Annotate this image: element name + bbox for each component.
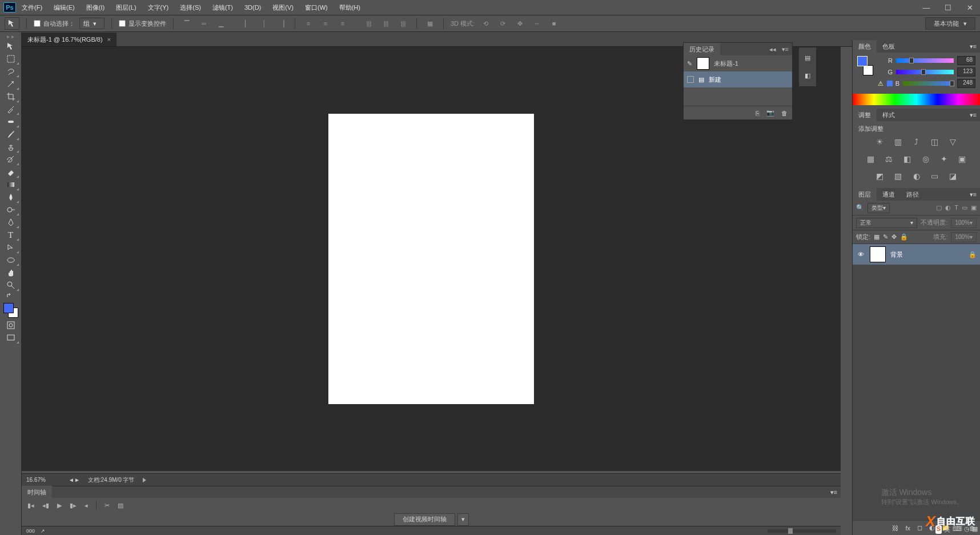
auto-align-icon[interactable]: ▦ [424,17,436,30]
foreground-color-swatch[interactable] [3,303,14,313]
auto-select-target-dropdown[interactable]: 组 ▾ [79,18,105,29]
layer-visibility-icon[interactable]: 👁 [856,251,865,258]
tray-lang-label[interactable]: 英 [944,525,950,534]
tray-keyboard-icon[interactable]: ⌨ [953,525,962,534]
lock-transparency-icon[interactable]: ▦ [874,233,879,241]
shape-tool[interactable] [2,254,19,266]
lock-pixels-icon[interactable]: ✎ [883,233,888,241]
menu-image[interactable]: 图像(I) [81,0,110,15]
hand-tool[interactable] [2,266,19,279]
healing-brush-tool[interactable] [2,115,19,128]
distribute-vcenter-icon[interactable]: ≡ [319,17,332,30]
crop-tool[interactable] [2,90,19,103]
menu-edit[interactable]: 编辑(E) [48,0,81,15]
brightness-contrast-icon[interactable]: ☀ [874,137,886,147]
timeline-panel-menu[interactable]: ▾≡ [827,489,841,496]
menu-window[interactable]: 窗口(W) [299,0,334,15]
filter-shape-icon[interactable]: ▭ [962,204,967,211]
r-value[interactable]: 68 [957,56,975,65]
go-to-last-frame-icon[interactable]: ◂ [85,502,88,509]
show-transform-checkbox[interactable]: 显示变换控件 [119,19,166,28]
align-bottom-icon[interactable]: ▁ [215,17,227,30]
dodge-tool[interactable] [2,203,19,216]
3d-orbit-icon[interactable]: ⟲ [479,17,492,30]
screenmode-tool[interactable] [2,332,19,344]
lasso-tool[interactable] [2,65,19,78]
dock-icon-1[interactable]: ▤ [805,54,810,62]
clone-stamp-tool[interactable] [2,141,19,153]
adjustments-tab[interactable]: 调整 [853,109,877,121]
magic-wand-tool[interactable] [2,78,19,90]
fill-input[interactable]: 100%▾ [951,232,977,242]
audio-mute-icon[interactable]: ✂ [105,502,110,509]
history-brush-tool[interactable] [2,153,19,166]
panel-collapse-button[interactable]: ◂◂ [767,46,778,53]
marquee-tool[interactable] [2,53,19,65]
workspace-switcher[interactable]: 基本功能 ▾ [925,17,975,30]
prev-frame-icon[interactable]: ◂▮ [42,502,49,509]
zoom-scrubber-icon[interactable]: ◄► [69,477,80,483]
b-slider[interactable] [903,81,954,86]
channel-mixer-icon[interactable]: ✦ [938,154,950,164]
tray-ime-icon[interactable]: S [935,525,942,534]
eyedropper-tool[interactable] [2,103,19,115]
black-white-icon[interactable]: ◧ [902,154,913,164]
menu-filter[interactable]: 滤镜(T) [207,0,239,15]
adjust-panel-menu[interactable]: ▾≡ [966,111,980,119]
color-panel-menu[interactable]: ▾≡ [966,43,980,50]
document-tab[interactable]: 未标题-1 @ 16.7%(RGB/8) × [22,33,117,46]
tray-misc-icon-2[interactable]: ▦ [972,525,978,534]
channels-tab[interactable]: 通道 [877,188,901,201]
exposure-icon[interactable]: ◫ [929,137,941,147]
current-tool-indicator[interactable] [5,17,19,30]
history-tab[interactable]: 历史记录 [684,43,720,55]
threshold-icon[interactable]: ◐ [911,171,922,181]
color-balance-icon[interactable]: ⚖ [883,154,895,164]
document-canvas[interactable] [328,114,534,404]
align-hcenter-icon[interactable]: │ [258,17,271,30]
path-selection-tool[interactable] [2,241,19,254]
lock-all-icon[interactable]: 🔒 [900,233,908,241]
b-value[interactable]: 248 [957,79,975,88]
menu-type[interactable]: 文字(Y) [142,0,175,15]
layer-name[interactable]: 背景 [890,250,903,259]
quickmask-tool[interactable] [2,319,19,332]
g-slider[interactable] [896,70,954,74]
filter-pixel-icon[interactable]: ▢ [936,204,942,211]
link-layers-icon[interactable]: ⛓ [892,525,898,532]
menu-3d[interactable]: 3D(D) [239,0,267,15]
distribute-bottom-icon[interactable]: ≡ [336,17,349,30]
gamut-warning-icon[interactable]: ⚠ [878,80,883,87]
panel-menu-button[interactable]: ▾≡ [778,46,792,53]
color-spectrum[interactable] [853,94,980,105]
play-icon[interactable]: ▶ [57,502,62,509]
posterize-icon[interactable]: ▧ [893,171,904,181]
gradient-tool[interactable] [2,178,19,191]
filter-icon[interactable]: 🔍 [856,204,864,211]
curves-icon[interactable]: ⤴ [911,137,922,147]
layer-mask-icon[interactable]: ◻ [917,524,922,532]
blend-mode-dropdown[interactable]: 正常 ▾ [856,218,917,228]
move-tool[interactable] [2,40,19,53]
brush-tool[interactable] [2,128,19,141]
layers-tab[interactable]: 图层 [853,188,877,201]
vibrance-icon[interactable]: ▽ [947,137,959,147]
layer-row-background[interactable]: 👁 背景 🔒 [853,244,980,265]
zoom-tool[interactable] [2,279,19,292]
create-snapshot-icon[interactable]: 📷 [766,109,774,117]
layer-lock-icon[interactable]: 🔒 [969,251,977,258]
panel-grip-icon[interactable]: ►► [2,34,19,39]
doc-info[interactable]: 文档:24.9M/0 字节 [88,476,135,484]
dock-icon-2[interactable]: ◧ [805,72,810,79]
layer-style-icon[interactable]: fx [905,525,910,532]
3d-zoom-icon[interactable]: ■ [548,17,560,30]
menu-view[interactable]: 视图(V) [267,0,299,15]
distribute-left-icon[interactable]: ||| [363,17,375,30]
blur-tool[interactable] [2,191,19,203]
history-document-row[interactable]: ✎ 未标题-1 [684,55,792,71]
timeline-zoom-slider[interactable] [768,529,836,533]
layers-panel-menu[interactable]: ▾≡ [966,191,980,198]
gradient-map-icon[interactable]: ▭ [929,171,941,181]
menu-help[interactable]: 帮助(H) [334,0,366,15]
menu-layer[interactable]: 图层(L) [110,0,142,15]
